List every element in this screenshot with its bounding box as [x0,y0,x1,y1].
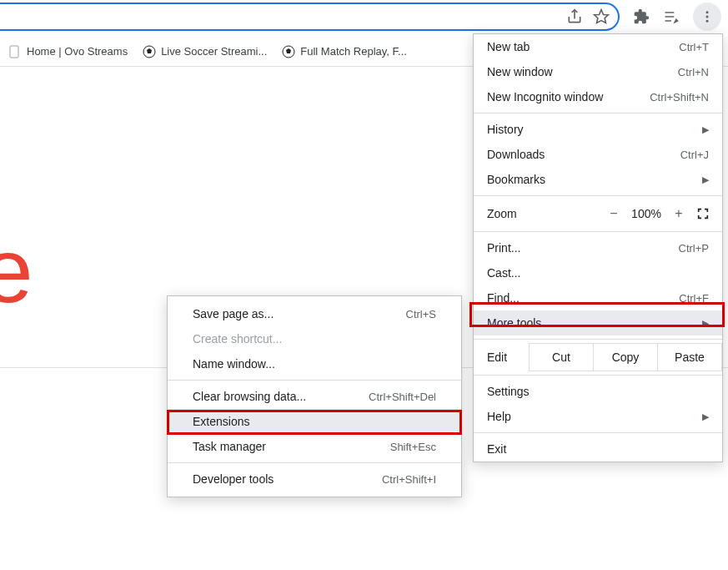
menu-item-downloads[interactable]: Downloads Ctrl+J [474,142,722,167]
svg-rect-4 [10,46,18,58]
menu-item-print[interactable]: Print... Ctrl+P [474,235,722,260]
svg-point-1 [706,11,709,13]
menu-item-cast[interactable]: Cast... [474,260,722,285]
submenu-item-extensions[interactable]: Extensions [168,409,461,434]
bookmark-label: Home | Ovo Streams [27,45,128,58]
menu-item-settings[interactable]: Settings [474,379,722,404]
submenu-arrow-icon: ▶ [702,174,709,185]
omnibox[interactable] [0,3,620,31]
menu-item-find[interactable]: Find... Ctrl+F [474,285,722,310]
submenu-arrow-icon: ▶ [702,318,709,329]
shortcut: Shift+Esc [390,441,436,453]
submenu-item-task-manager[interactable]: Task manager Shift+Esc [168,434,461,459]
svg-point-2 [706,16,709,18]
shortcut: Ctrl+Shift+I [382,473,436,486]
menu-item-bookmarks[interactable]: Bookmarks ▶ [474,167,722,192]
menu-label: New window [487,65,553,78]
paste-button[interactable]: Paste [658,343,722,371]
menu-separator [168,462,461,463]
more-tools-submenu: Save page as... Ctrl+S Create shortcut..… [167,295,462,497]
svg-marker-0 [595,10,609,23]
menu-item-more-tools[interactable]: More tools ▶ [474,310,722,335]
menu-separator [474,339,722,340]
menu-label: Downloads [487,148,545,161]
browser-toolbar [0,0,728,33]
cut-button[interactable]: Cut [529,343,594,371]
menu-label: Extensions [193,415,249,428]
menu-label: History [487,123,524,136]
menu-label: New Incognito window [487,90,603,103]
zoom-label: Zoom [487,207,602,220]
menu-separator [474,195,722,196]
zoom-out-button[interactable]: − [602,206,625,221]
menu-separator [474,375,722,376]
menu-label: Cast... [487,266,520,280]
soccer-icon [282,45,295,58]
shortcut: Ctrl+Shift+N [650,91,709,103]
menu-label: Find... [487,291,520,305]
menu-item-exit[interactable]: Exit [474,436,722,462]
menu-label: Settings [487,385,530,398]
extensions-icon[interactable] [633,8,650,25]
shortcut: Ctrl+Shift+Del [369,391,436,403]
menu-label: Help [487,410,511,423]
bookmark-item[interactable]: Live Soccer Streami... [143,45,267,58]
zoom-in-button[interactable]: + [667,206,690,221]
copy-button[interactable]: Copy [594,343,658,371]
page-icon [8,45,22,58]
menu-label: Task manager [193,440,266,453]
menu-label: Name window... [193,357,275,371]
edit-label: Edit [487,351,529,364]
menu-item-new-window[interactable]: New window Ctrl+N [474,59,722,84]
menu-label: Print... [487,241,520,255]
shortcut: Ctrl+T [679,41,709,53]
shortcut: Ctrl+S [406,308,436,320]
menu-label: Exit [487,442,506,456]
submenu-arrow-icon: ▶ [702,411,709,422]
menu-separator [168,380,461,381]
submenu-item-save-page[interactable]: Save page as... Ctrl+S [168,301,461,326]
submenu-item-name-window[interactable]: Name window... [168,351,461,376]
chrome-main-menu: New tab Ctrl+T New window Ctrl+N New Inc… [473,33,723,462]
menu-item-help[interactable]: Help ▶ [474,404,722,429]
submenu-item-clear-data[interactable]: Clear browsing data... Ctrl+Shift+Del [168,384,461,409]
menu-label: Save page as... [193,307,274,320]
share-icon[interactable] [566,8,583,25]
menu-label: More tools [487,316,541,330]
fullscreen-button[interactable] [690,207,715,220]
menu-separator [474,113,722,113]
soccer-icon [143,45,156,58]
menu-label: Create shortcut... [193,332,282,346]
shortcut: Ctrl+P [679,242,709,255]
chrome-menu-button[interactable] [693,3,721,31]
menu-label: Clear browsing data... [193,390,306,403]
menu-label: New tab [487,40,530,53]
bookmark-item[interactable]: Full Match Replay, F... [282,45,407,58]
menu-item-incognito[interactable]: New Incognito window Ctrl+Shift+N [474,84,722,109]
menu-label: Bookmarks [487,173,545,186]
menu-zoom-row: Zoom − 100% + [474,199,722,228]
bookmark-label: Live Soccer Streami... [161,45,267,58]
bookmark-label: Full Match Replay, F... [300,45,407,58]
menu-item-new-tab[interactable]: New tab Ctrl+T [474,34,722,59]
submenu-arrow-icon: ▶ [702,124,709,135]
shortcut: Ctrl+J [680,149,709,161]
zoom-value: 100% [625,207,667,220]
media-control-icon[interactable] [663,8,680,25]
menu-separator [474,432,722,433]
google-logo-fragment: le [0,217,28,323]
shortcut: Ctrl+F [679,292,709,305]
svg-point-3 [706,20,709,23]
menu-item-history[interactable]: History ▶ [474,117,722,142]
menu-edit-row: Edit Cut Copy Paste [474,343,722,371]
star-icon[interactable] [593,8,610,25]
menu-separator [474,231,722,232]
toolbar-right [628,3,721,31]
submenu-item-devtools[interactable]: Developer tools Ctrl+Shift+I [168,467,461,492]
menu-label: Developer tools [193,472,274,486]
submenu-item-create-shortcut: Create shortcut... [168,326,461,351]
bookmark-item[interactable]: Home | Ovo Streams [8,45,128,58]
shortcut: Ctrl+N [678,66,709,78]
